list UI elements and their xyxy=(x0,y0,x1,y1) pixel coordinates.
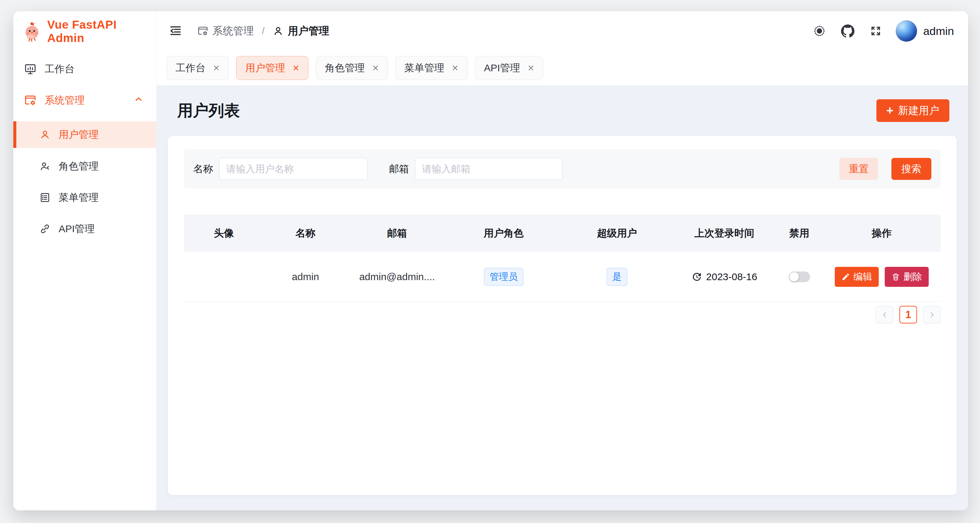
col-superuser: 超级用户 xyxy=(560,227,673,240)
plus-icon: + xyxy=(886,105,893,117)
sidebar-item-label: 系统管理 xyxy=(45,94,84,107)
table-row: admin admin@admin.... 管理员 是 2023-0 xyxy=(184,252,941,302)
name-filter-input[interactable] xyxy=(219,158,368,180)
chicken-logo-icon xyxy=(22,20,43,42)
col-role: 用户角色 xyxy=(447,227,560,240)
trash-icon xyxy=(891,272,900,281)
col-disabled: 禁用 xyxy=(775,227,823,240)
tab-user-management[interactable]: 用户管理 ✕ xyxy=(236,56,309,80)
menu-list-icon xyxy=(39,192,51,203)
user-avatar[interactable] xyxy=(896,20,917,41)
pagination-prev[interactable] xyxy=(876,306,893,323)
window-gear-icon xyxy=(197,25,208,37)
cell-superuser: 是 xyxy=(560,268,673,286)
last-login-value: 2023-08-16 xyxy=(706,271,757,283)
breadcrumb-system[interactable]: 系统管理 xyxy=(197,24,254,38)
cell-disabled xyxy=(775,272,823,282)
user-table: 头像 名称 邮箱 用户角色 超级用户 上次登录时间 禁用 操作 admin ad… xyxy=(184,215,941,302)
tab-label: 工作台 xyxy=(175,61,205,75)
disabled-toggle[interactable] xyxy=(789,272,810,282)
github-icon[interactable] xyxy=(841,24,854,38)
close-icon[interactable]: ✕ xyxy=(372,63,379,73)
new-user-button-label: 新建用户 xyxy=(898,103,939,118)
col-avatar: 头像 xyxy=(184,227,264,240)
tab-menu-management[interactable]: 菜单管理 ✕ xyxy=(395,56,468,80)
sidebar-item-label: 工作台 xyxy=(45,62,75,76)
sidebar-item-role-management[interactable]: 角色管理 xyxy=(13,156,156,176)
breadcrumb-label: 用户管理 xyxy=(288,24,329,38)
clock-icon xyxy=(692,272,702,282)
user-icon xyxy=(272,25,284,37)
app-title: Vue FastAPI Admin xyxy=(47,18,156,45)
tab-api-management[interactable]: API管理 ✕ xyxy=(475,56,543,80)
delete-button-label: 删除 xyxy=(904,270,922,283)
pagination: 1 xyxy=(184,306,941,323)
email-filter-input[interactable] xyxy=(415,158,563,180)
sidebar-item-label: 菜单管理 xyxy=(59,191,99,205)
table-header-row: 头像 名称 邮箱 用户角色 超级用户 上次登录时间 禁用 操作 xyxy=(184,215,941,252)
fullscreen-icon[interactable] xyxy=(870,25,882,37)
chevron-left-icon xyxy=(881,311,889,319)
user-icon xyxy=(39,129,51,140)
top-bar: 系统管理 / 用户管理 xyxy=(157,11,968,51)
col-last-login: 上次登录时间 xyxy=(673,227,775,240)
edit-button[interactable]: 编辑 xyxy=(835,267,879,287)
cell-name: admin xyxy=(264,271,347,283)
sidebar-item-label: API管理 xyxy=(59,222,95,236)
tab-label: 菜单管理 xyxy=(404,61,444,75)
search-button[interactable]: 搜索 xyxy=(891,158,931,180)
tab-role-management[interactable]: 角色管理 ✕ xyxy=(316,56,388,80)
sidebar-collapse-icon[interactable] xyxy=(169,24,183,38)
sidebar-item-workbench[interactable]: 工作台 xyxy=(13,59,156,79)
name-filter-label: 名称 xyxy=(193,162,213,176)
tab-label: 用户管理 xyxy=(245,61,285,75)
sidebar-item-api-management[interactable]: API管理 xyxy=(13,219,156,239)
pagination-next[interactable] xyxy=(923,306,941,323)
chevron-up-icon[interactable] xyxy=(134,94,143,107)
monitor-icon xyxy=(24,63,37,75)
superuser-badge: 是 xyxy=(606,268,627,286)
sidebar-item-label: 用户管理 xyxy=(59,128,99,141)
cell-role: 管理员 xyxy=(447,268,560,286)
breadcrumb-separator: / xyxy=(262,25,264,37)
top-bar-actions: admin xyxy=(798,20,954,41)
sidebar-item-menu-management[interactable]: 菜单管理 xyxy=(13,187,156,208)
col-actions: 操作 xyxy=(823,227,940,240)
close-icon[interactable]: ✕ xyxy=(213,63,220,73)
delete-button[interactable]: 删除 xyxy=(885,267,929,287)
breadcrumb: 系统管理 / 用户管理 xyxy=(197,24,329,38)
cell-actions: 编辑 删除 xyxy=(823,267,940,287)
sidebar: Vue FastAPI Admin 工作台 系统管理 xyxy=(13,11,157,510)
close-icon[interactable]: ✕ xyxy=(293,63,299,73)
sidebar-menu: 工作台 系统管理 用户管理 xyxy=(13,51,156,239)
close-icon[interactable]: ✕ xyxy=(527,63,534,73)
api-link-icon xyxy=(39,223,51,235)
sidebar-item-label: 角色管理 xyxy=(59,160,99,173)
breadcrumb-user[interactable]: 用户管理 xyxy=(272,24,329,38)
chevron-right-icon xyxy=(928,311,936,319)
page-title: 用户列表 xyxy=(177,100,240,121)
page-header: 用户列表 + 新建用户 xyxy=(168,85,957,136)
logo[interactable]: Vue FastAPI Admin xyxy=(13,11,156,51)
edit-button-label: 编辑 xyxy=(853,270,872,283)
username[interactable]: admin xyxy=(923,25,954,38)
window-gear-icon xyxy=(24,94,37,107)
tab-workbench[interactable]: 工作台 ✕ xyxy=(167,56,229,80)
sidebar-item-system[interactable]: 系统管理 xyxy=(13,90,156,111)
role-badge: 管理员 xyxy=(484,268,523,286)
email-filter-label: 邮箱 xyxy=(389,162,409,176)
sidebar-item-user-management[interactable]: 用户管理 xyxy=(13,121,156,148)
reset-button[interactable]: 重置 xyxy=(839,158,878,180)
tab-label: API管理 xyxy=(484,61,520,75)
user-list-card: 名称 邮箱 重置 搜索 头像 名称 邮箱 用户角色 超级用户 上次登录时间 xyxy=(168,136,957,495)
pagination-page-1[interactable]: 1 xyxy=(899,306,917,323)
app-window: Vue FastAPI Admin 工作台 系统管理 xyxy=(13,11,968,510)
role-icon xyxy=(39,161,51,172)
tab-label: 角色管理 xyxy=(325,61,365,75)
col-email: 邮箱 xyxy=(347,227,447,240)
theme-toggle-sun-icon[interactable] xyxy=(813,25,826,37)
close-icon[interactable]: ✕ xyxy=(452,63,459,73)
col-name: 名称 xyxy=(264,227,347,240)
new-user-button[interactable]: + 新建用户 xyxy=(877,99,949,122)
pencil-icon xyxy=(842,272,850,281)
